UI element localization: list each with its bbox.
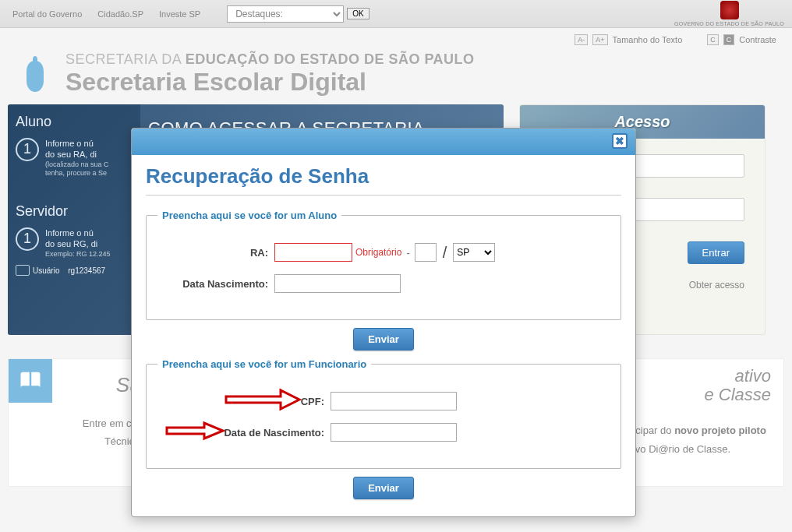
arrow-annotation-icon bbox=[165, 421, 228, 444]
birth-date-func-input[interactable] bbox=[331, 423, 457, 442]
required-text: Obrigatório bbox=[355, 247, 401, 258]
cpf-input[interactable] bbox=[331, 392, 457, 410]
submit-funcionario-button[interactable]: Enviar bbox=[353, 477, 414, 499]
close-icon[interactable]: ✖ bbox=[612, 133, 628, 149]
legend-funcionario: Preencha aqui se você for um Funcionario bbox=[157, 358, 371, 370]
fieldset-aluno: Preencha aqui se você for um Aluno RA: O… bbox=[146, 210, 621, 320]
fieldset-funcionario: Preencha aqui se você for um Funcionario… bbox=[146, 358, 621, 469]
arrow-annotation-icon bbox=[225, 389, 302, 414]
dash: - bbox=[406, 247, 409, 259]
legend-aluno: Preencha aqui se você for um Aluno bbox=[157, 210, 341, 221]
birth-date-label: Data Nascimento: bbox=[157, 278, 274, 290]
modal-overlay: ✖ Recuperação de Senha Preencha aqui se … bbox=[0, 0, 792, 532]
modal-title: Recuperação de Senha bbox=[146, 164, 621, 196]
ra-digit-input[interactable] bbox=[415, 243, 437, 262]
modal-header: ✖ bbox=[132, 129, 635, 155]
slash: / bbox=[443, 244, 447, 262]
ra-label: RA: bbox=[157, 247, 274, 259]
uf-select[interactable]: SP bbox=[453, 243, 495, 262]
submit-aluno-button[interactable]: Enviar bbox=[353, 328, 414, 351]
ra-input[interactable] bbox=[274, 243, 352, 262]
password-recovery-modal: ✖ Recuperação de Senha Preencha aqui se … bbox=[131, 128, 636, 517]
birth-date-input[interactable] bbox=[274, 274, 401, 293]
